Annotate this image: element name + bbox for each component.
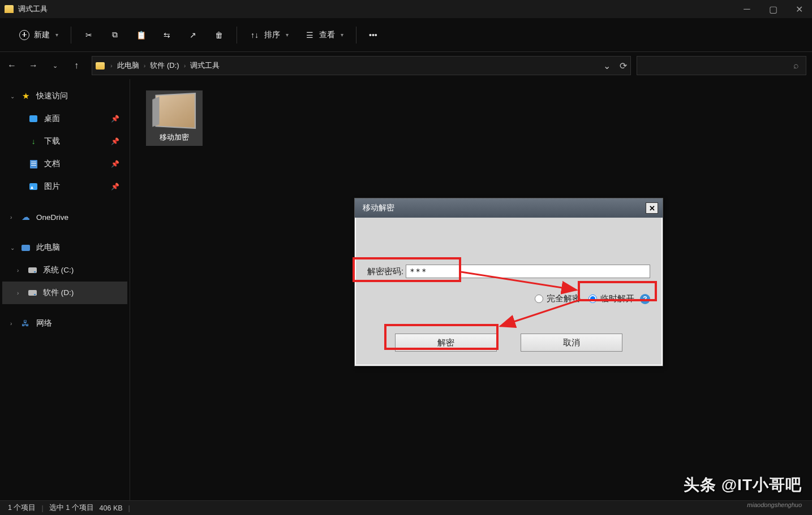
search-input[interactable]: ⌕	[637, 56, 806, 75]
chevron-right-icon: ›	[10, 214, 18, 220]
disk-icon	[27, 288, 37, 297]
help-icon[interactable]: ?	[640, 294, 650, 304]
rename-button[interactable]: ⇆	[156, 25, 178, 45]
trash-icon: 🗑	[214, 30, 224, 40]
file-item[interactable]: 移动加密	[146, 90, 203, 146]
sidebar-desktop[interactable]: 桌面 📌	[2, 107, 127, 130]
separator	[71, 27, 71, 44]
radio-temp-label: 临时解开	[600, 293, 634, 304]
chevron-right-icon: ›	[107, 62, 116, 69]
content-area[interactable]: 移动加密 移动解密 ✕ 解密密码: 完全解密 临时解开 ?	[130, 79, 812, 500]
search-icon: ⌕	[793, 60, 799, 71]
new-label: 新建	[34, 30, 50, 40]
sidebar-item-label: 文档	[44, 159, 60, 169]
dialog-button-row: 解密 取消	[367, 334, 650, 352]
status-bar: 1 个项目 | 选中 1 个项目 406 KB |	[0, 500, 812, 515]
cut-button[interactable]: ✂	[78, 25, 100, 45]
maximize-button[interactable]: ▢	[760, 0, 786, 18]
pin-icon: 📌	[111, 115, 119, 123]
sidebar-item-label: OneDrive	[36, 213, 68, 222]
share-icon: ↗	[188, 30, 198, 40]
sidebar-item-label: 快速访问	[36, 91, 68, 101]
delete-button[interactable]: 🗑	[208, 25, 230, 45]
sidebar-network[interactable]: › 🖧 网络	[2, 312, 127, 335]
view-icon: ☰	[304, 30, 315, 40]
sidebar-quick-access[interactable]: ⌄ ★ 快速访问	[2, 85, 127, 107]
cloud-icon: ☁	[20, 213, 31, 222]
pc-icon	[20, 243, 31, 252]
file-label: 移动加密	[149, 132, 199, 142]
new-button[interactable]: 新建 ▾	[14, 25, 64, 45]
breadcrumb-part[interactable]: 软件 (D:)	[149, 60, 180, 71]
sidebar-item-label: 网络	[36, 318, 52, 328]
window-controls: ─ ▢ ✕	[734, 0, 812, 18]
copy-button[interactable]: ⧉	[104, 25, 126, 45]
refresh-button[interactable]: ⟳	[620, 60, 627, 71]
folder-icon	[5, 5, 14, 13]
forward-button[interactable]: →	[24, 56, 43, 75]
disk-icon	[27, 266, 37, 275]
dialog-titlebar[interactable]: 移动解密 ✕	[355, 198, 663, 218]
network-icon: 🖧	[20, 319, 31, 328]
sidebar-drive-d[interactable]: › 软件 (D:)	[2, 282, 127, 304]
recent-button[interactable]: ⌄	[45, 56, 65, 75]
separator: |	[41, 504, 43, 512]
cancel-button[interactable]: 取消	[521, 334, 622, 352]
pin-icon: 📌	[111, 160, 119, 168]
close-button[interactable]: ✕	[786, 0, 812, 18]
sidebar-downloads[interactable]: ↓ 下载 📌	[2, 130, 127, 153]
chevron-right-icon: ›	[10, 321, 18, 327]
sidebar-item-label: 图片	[44, 181, 60, 192]
radio-full-label: 完全解密	[547, 293, 581, 304]
sidebar: ⌄ ★ 快速访问 桌面 📌 ↓ 下载 📌 文档 📌 图片 📌 › ☁ O	[0, 79, 130, 500]
breadcrumb-part[interactable]: 调式工具	[189, 60, 221, 71]
up-button[interactable]: ↑	[67, 56, 86, 75]
paste-button[interactable]: 📋	[130, 25, 152, 45]
status-size: 406 KB	[100, 504, 123, 512]
pin-icon: 📌	[111, 137, 119, 145]
dialog-close-button[interactable]: ✕	[646, 202, 658, 214]
address-bar[interactable]: › 此电脑 › 软件 (D:) › 调式工具 ⌄ ⟳	[92, 56, 631, 75]
chevron-down-icon: ⌄	[10, 93, 18, 99]
minimize-button[interactable]: ─	[734, 0, 760, 18]
back-button[interactable]: ←	[2, 56, 22, 75]
sidebar-pictures[interactable]: 图片 📌	[2, 175, 127, 198]
document-icon	[28, 159, 38, 168]
chevron-down-icon[interactable]: ⌄	[603, 60, 611, 71]
copy-icon: ⧉	[110, 30, 120, 40]
breadcrumb-part[interactable]: 此电脑	[116, 60, 140, 71]
share-button[interactable]: ↗	[182, 25, 204, 45]
password-row: 解密密码:	[367, 263, 650, 280]
radio-temp-unlock[interactable]	[588, 295, 597, 303]
dialog-title: 移动解密	[363, 203, 394, 213]
sort-button[interactable]: ↑↓ 排序 ▾	[244, 25, 294, 45]
password-input[interactable]	[406, 265, 650, 278]
sidebar-item-label: 下载	[44, 136, 60, 146]
sort-label: 排序	[264, 30, 280, 40]
decrypt-dialog: 移动解密 ✕ 解密密码: 完全解密 临时解开 ? 解密 取消	[354, 198, 663, 366]
view-label: 查看	[319, 30, 335, 40]
plus-icon	[19, 30, 29, 40]
chevron-down-icon: ▾	[55, 32, 58, 38]
chevron-down-icon: ▾	[286, 32, 289, 38]
sidebar-item-label: 此电脑	[36, 243, 60, 253]
sidebar-onedrive[interactable]: › ☁ OneDrive	[2, 206, 127, 228]
download-icon: ↓	[28, 137, 38, 146]
decrypt-mode-row: 完全解密 临时解开 ?	[367, 293, 650, 304]
sidebar-item-label: 系统 (C:)	[43, 265, 74, 275]
more-button[interactable]: •••	[363, 25, 383, 45]
folder-icon	[96, 62, 105, 70]
toolbar: 新建 ▾ ✂ ⧉ 📋 ⇆ ↗ 🗑 ↑↓ 排序 ▾ ☰ 查看 ▾ •••	[0, 18, 812, 52]
decrypt-button[interactable]: 解密	[395, 334, 497, 352]
ellipsis-icon: •••	[369, 31, 377, 40]
sidebar-this-pc[interactable]: ⌄ 此电脑	[2, 236, 127, 259]
view-button[interactable]: ☰ 查看 ▾	[299, 25, 349, 45]
radio-full-decrypt[interactable]	[535, 295, 543, 303]
chevron-right-icon: ›	[17, 290, 25, 296]
separator	[356, 27, 356, 44]
sort-icon: ↑↓	[250, 30, 260, 40]
sidebar-drive-c[interactable]: › 系统 (C:)	[2, 259, 127, 282]
sidebar-documents[interactable]: 文档 📌	[2, 153, 127, 175]
star-icon: ★	[20, 92, 31, 101]
separator: |	[128, 504, 130, 512]
